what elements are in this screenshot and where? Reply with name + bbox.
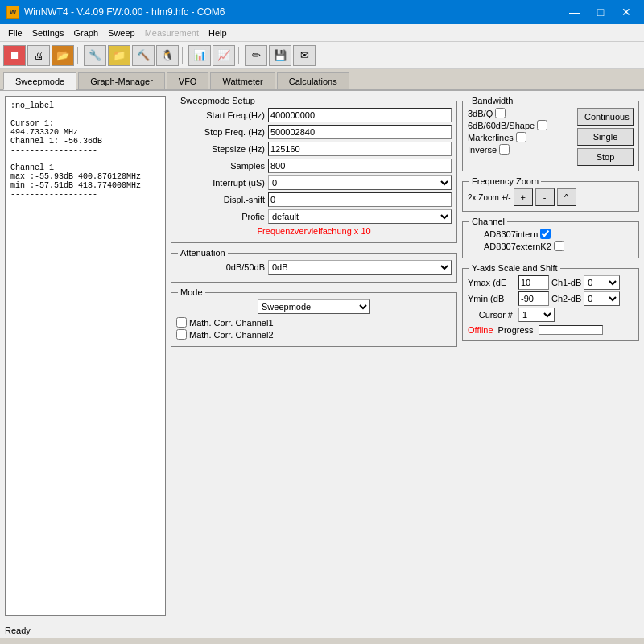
attenuation-label: 0dB/50dB bbox=[176, 262, 265, 272]
info-cursor-ch1: Channel 1: -56.36dB bbox=[10, 137, 160, 146]
tab-calculations[interactable]: Calculations bbox=[277, 72, 349, 89]
tab-bar: Sweepmode Graph-Manager VFO Wattmeter Ca… bbox=[0, 69, 644, 91]
toolbar-linux-btn[interactable]: 🐧 bbox=[156, 45, 179, 66]
info-cursor-freq: 494.733320 MHz bbox=[10, 128, 160, 137]
toolbar-pencil-btn[interactable]: ✏ bbox=[245, 45, 267, 66]
stop-button[interactable]: Stop bbox=[577, 148, 634, 166]
displ-shift-input[interactable] bbox=[268, 192, 452, 207]
toolbar-print-btn[interactable]: 🖨 bbox=[27, 45, 50, 66]
toolbar-email-btn[interactable]: ✉ bbox=[293, 45, 316, 66]
ch2db-label: Ch2-dB bbox=[551, 294, 581, 303]
displ-shift-label: Displ.-shift bbox=[176, 195, 265, 204]
cursor-num-select[interactable]: 1 bbox=[518, 308, 555, 322]
info-no-label: :no_label bbox=[10, 101, 160, 110]
bw-inverse-label: Inverse bbox=[468, 145, 497, 155]
toolbar-tool-btn[interactable]: 🔨 bbox=[132, 45, 155, 66]
math-corr-ch1-checkbox[interactable] bbox=[176, 317, 187, 328]
toolbar-settings-btn[interactable]: 🔧 bbox=[84, 45, 106, 66]
menu-graph[interactable]: Graph bbox=[68, 27, 103, 39]
ch2db-select[interactable]: 0 bbox=[584, 291, 620, 306]
toolbar: ⏹ 🖨 📂 🔧 📁 🔨 🐧 📊 📈 ✏ 💾 ✉ bbox=[0, 42, 644, 69]
interrupt-label: Interrupt (uS) bbox=[176, 178, 265, 188]
ymax-input[interactable] bbox=[518, 275, 549, 290]
bw-inverse-checkbox[interactable] bbox=[499, 144, 510, 155]
minimize-button[interactable]: — bbox=[564, 3, 586, 21]
menu-settings[interactable]: Settings bbox=[27, 27, 69, 39]
menu-file[interactable]: File bbox=[3, 27, 27, 39]
samples-input[interactable] bbox=[268, 159, 452, 173]
profile-select[interactable]: default bbox=[268, 209, 452, 224]
toolbar-sep-2 bbox=[182, 47, 185, 64]
info-cursor-header: Cursor 1: bbox=[10, 119, 160, 128]
channel-ad8307extern-label: AD8307externK2 bbox=[484, 242, 551, 251]
status-bar: Ready bbox=[0, 621, 644, 638]
tab-sweepmode[interactable]: Sweepmode bbox=[3, 72, 76, 90]
mode-group: Mode Sweepmode Math. Corr. Channel1 Math… bbox=[171, 292, 457, 347]
close-button[interactable]: ✕ bbox=[615, 3, 638, 21]
sweepmode-setup-title: Sweepmode Setup bbox=[178, 96, 258, 105]
attenuation-title: Attenuation bbox=[178, 248, 228, 258]
bandwidth-title: Bandwidth bbox=[469, 96, 515, 105]
toolbar-chart2-btn[interactable]: 📈 bbox=[213, 45, 235, 66]
stepsize-label: Stepsize (Hz) bbox=[176, 144, 265, 154]
zoom-plus-button[interactable]: + bbox=[514, 188, 533, 206]
toolbar-stop-btn[interactable]: ⏹ bbox=[3, 45, 26, 66]
interrupt-select[interactable]: 0 bbox=[268, 175, 452, 190]
maximize-button[interactable]: □ bbox=[589, 3, 612, 21]
toolbar-save-btn[interactable]: 💾 bbox=[269, 45, 291, 66]
start-freq-input[interactable] bbox=[268, 108, 452, 122]
stepsize-input[interactable] bbox=[268, 142, 452, 156]
channel-ad8307intern-checkbox[interactable] bbox=[540, 229, 551, 239]
bw-3db-checkbox[interactable] bbox=[495, 108, 506, 118]
info-separator1: ------------------ bbox=[10, 146, 160, 155]
menu-bar: File Settings Graph Sweep Measurement He… bbox=[0, 24, 644, 42]
info-ch1-header: Channel 1 bbox=[10, 163, 160, 172]
ch1db-label: Ch1-dB bbox=[551, 278, 581, 287]
attenuation-select[interactable]: 0dB 50dB bbox=[268, 260, 452, 275]
menu-help[interactable]: Help bbox=[204, 27, 232, 39]
ch1db-select[interactable]: 0 bbox=[584, 275, 620, 290]
channel-ad8307extern-checkbox[interactable] bbox=[554, 241, 564, 251]
math-corr-ch2-label: Math. Corr. Channel2 bbox=[189, 330, 274, 340]
tab-graph-manager[interactable]: Graph-Manager bbox=[78, 72, 165, 89]
sweepmode-setup-group: Sweepmode Setup Start Freq.(Hz) Stop Fre… bbox=[171, 101, 457, 243]
bw-markerlines-checkbox[interactable] bbox=[516, 132, 526, 142]
cursor-num-label: Cursor # bbox=[468, 310, 516, 320]
bandwidth-group: Bandwidth 3dB/Q 6dB/60dB/Shape Markerlin… bbox=[462, 101, 639, 171]
toolbar-open-btn[interactable]: 📂 bbox=[52, 45, 74, 66]
toolbar-chart1-btn[interactable]: 📊 bbox=[188, 45, 211, 66]
bw-6db-label: 6dB/60dB/Shape bbox=[468, 121, 535, 130]
tab-vfo[interactable]: VFO bbox=[167, 72, 209, 89]
zoom-caret-button[interactable]: ^ bbox=[557, 188, 576, 206]
right-panel: Bandwidth 3dB/Q 6dB/60dB/Shape Markerlin… bbox=[462, 96, 639, 616]
progress-bar bbox=[539, 325, 603, 335]
channel-group: Channel AD8307intern AD8307externK2 bbox=[462, 221, 639, 258]
mode-title: Mode bbox=[178, 287, 205, 297]
stop-freq-input[interactable] bbox=[268, 125, 452, 139]
menu-measurement: Measurement bbox=[140, 27, 204, 39]
menu-sweep[interactable]: Sweep bbox=[103, 27, 140, 39]
math-corr-ch2-checkbox[interactable] bbox=[176, 329, 187, 340]
info-ch1-max: max :-55.93dB 400.876120MHz bbox=[10, 172, 160, 181]
mode-select[interactable]: Sweepmode bbox=[258, 299, 370, 314]
ymax-label: Ymax (dE bbox=[468, 278, 516, 287]
ymin-input[interactable] bbox=[518, 291, 549, 306]
bw-3db-label: 3dB/Q bbox=[468, 109, 493, 118]
zoom-minus-button[interactable]: - bbox=[535, 188, 555, 206]
single-button[interactable]: Single bbox=[577, 128, 634, 146]
title-bar: W WinNWT4 - V.4.09 FW:0.00 - hfm9.hfc - … bbox=[0, 0, 644, 24]
freq-zoom-title: Frequency Zoom bbox=[469, 176, 541, 186]
info-blank1 bbox=[10, 110, 160, 119]
bw-6db-checkbox[interactable] bbox=[537, 120, 547, 130]
attenuation-group: Attenuation 0dB/50dB 0dB 50dB bbox=[171, 253, 457, 283]
status-ready: Ready bbox=[5, 625, 31, 635]
toolbar-sep-3 bbox=[238, 47, 242, 64]
info-blank2 bbox=[10, 155, 160, 163]
tab-wattmeter[interactable]: Wattmeter bbox=[210, 72, 275, 89]
progress-label: Progress bbox=[498, 325, 534, 335]
info-display: :no_label Cursor 1: 494.733320 MHz Chann… bbox=[5, 96, 166, 616]
bw-markerlines-label: Markerlines bbox=[468, 133, 514, 142]
start-freq-label: Start Freq.(Hz) bbox=[176, 110, 265, 120]
toolbar-folder-btn[interactable]: 📁 bbox=[108, 45, 130, 66]
continuous-button[interactable]: Continuous bbox=[577, 108, 634, 126]
